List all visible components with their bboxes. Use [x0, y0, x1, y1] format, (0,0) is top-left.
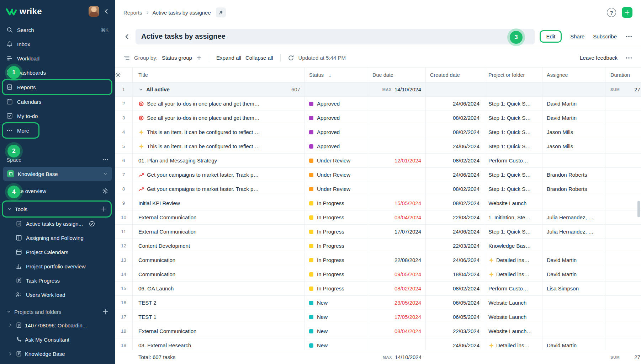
expand-all-button[interactable]: Expand all	[216, 55, 241, 61]
project-cell[interactable]: Website Launch	[484, 296, 542, 310]
column-header-duration[interactable]: Duration	[605, 68, 641, 82]
project-cell[interactable]: Step 1: Quick S…	[484, 97, 542, 111]
column-header-created-date[interactable]: Created date	[426, 68, 484, 82]
status-cell[interactable]: New	[305, 310, 368, 324]
more-options-icon[interactable]	[625, 33, 632, 40]
assignee-cell[interactable]: David Martin	[542, 253, 605, 267]
breadcrumb-parent[interactable]: Reports	[123, 10, 142, 16]
status-cell[interactable]: Approved	[305, 125, 368, 139]
project-cell[interactable]: Perform Custo…	[484, 154, 542, 167]
task-title-cell[interactable]: TEST 1	[133, 310, 305, 324]
report-title[interactable]: Active tasks by assignee	[136, 29, 535, 44]
sidebar-collapse-icon[interactable]	[103, 8, 110, 15]
assignee-cell[interactable]: Julia Hernandez, …	[542, 225, 605, 239]
due-date-cell[interactable]: 23/05/2024	[368, 296, 426, 310]
assignee-cell[interactable]: David Martin	[542, 111, 605, 125]
project-cell[interactable]: Step 1: Quick S…	[484, 111, 542, 125]
status-cell[interactable]: In Progress	[305, 225, 368, 239]
task-title-cell[interactable]: 06. GA Launch	[133, 282, 305, 295]
task-title-cell[interactable]: Get your campaigns to market faster. Tra…	[133, 182, 305, 196]
leave-feedback-button[interactable]: Leave feedback	[580, 55, 618, 61]
due-date-cell[interactable]: 03/04/2024	[368, 210, 426, 224]
project-cell[interactable]: Step 1: Quick S…	[484, 225, 542, 239]
sidebar-item-reports[interactable]: Reports	[3, 80, 111, 94]
user-avatar[interactable]	[89, 6, 99, 17]
table-row[interactable]: 16 TEST 2 New 23/05/2024 06/05/2024 Webs…	[115, 296, 641, 310]
space-selector[interactable]: Knowledge Base	[3, 167, 112, 181]
sidebar-item-calendars[interactable]: Calendars	[0, 95, 115, 109]
sidebar-tool-item[interactable]: Active tasks by assign...	[0, 216, 115, 231]
create-button[interactable]	[622, 7, 632, 18]
table-row[interactable]: 2 See all your to-dos in one place and g…	[115, 97, 641, 111]
help-button[interactable]: ?	[607, 8, 616, 17]
task-title-cell[interactable]: See all your to-dos in one place and get…	[133, 111, 305, 125]
sidebar-project-item[interactable]: 1407708096: Onboardin...	[0, 318, 115, 332]
table-row[interactable]: 11 External Communication In Progress 17…	[115, 225, 641, 239]
assignee-cell[interactable]	[542, 310, 605, 324]
column-header-project[interactable]: Project or folder	[484, 68, 542, 82]
task-title-cell[interactable]: External Communication	[133, 324, 305, 338]
status-cell[interactable]: New	[305, 296, 368, 310]
assignee-cell[interactable]: David Martin	[542, 267, 605, 281]
sidebar-tool-item[interactable]: Project portfolio overview	[0, 259, 115, 273]
assignee-cell[interactable]	[542, 324, 605, 338]
table-row[interactable]: 9 Initial KPI Review In Progress 15/05/2…	[115, 196, 641, 210]
column-header-title[interactable]: Title	[133, 68, 305, 82]
summary-row[interactable]: 1 All active 607 MAX 14/10/2024 SUM 27	[115, 82, 641, 97]
task-title-cell[interactable]: This is an item. It can be configured to…	[133, 125, 305, 139]
add-grouping-icon[interactable]	[196, 55, 202, 60]
assignee-cell[interactable]: Jason Mills	[542, 139, 605, 153]
back-icon[interactable]	[123, 33, 131, 40]
project-cell[interactable]: Detailed ins…	[484, 253, 542, 267]
due-date-cell[interactable]: 15/05/2024	[368, 196, 426, 210]
status-cell[interactable]: Under Review	[305, 168, 368, 182]
sidebar-project-item[interactable]: Ask My Consultant	[0, 332, 115, 347]
project-cell[interactable]: Perform Custo…	[484, 282, 542, 295]
due-date-cell[interactable]	[368, 239, 426, 253]
space-options-icon[interactable]	[102, 156, 108, 163]
collapse-group-icon[interactable]	[138, 87, 143, 92]
task-title-cell[interactable]: External Communication	[133, 210, 305, 224]
project-cell[interactable]: Website Launch	[484, 196, 542, 210]
column-header-status[interactable]: Status↓	[305, 68, 368, 82]
project-cell[interactable]: 1. Initiation, Ste…	[484, 210, 542, 224]
project-cell[interactable]: Step 1: Quick S…	[484, 139, 542, 153]
task-title-cell[interactable]: TEST 2	[133, 296, 305, 310]
column-header-due-date[interactable]: Due date	[368, 68, 426, 82]
sidebar-tool-item[interactable]: Users Work load	[0, 288, 115, 302]
table-gear-icon[interactable]	[115, 72, 121, 78]
project-cell[interactable]: Step 1: Quick S…	[484, 182, 542, 196]
projects-section-header[interactable]: Projects and folders	[0, 305, 115, 318]
due-date-cell[interactable]: 22/08/2024	[368, 253, 426, 267]
task-title-cell[interactable]: Communication	[133, 267, 305, 281]
sidebar-item-tools[interactable]: Tools	[3, 202, 111, 216]
task-title-cell[interactable]: External Communication	[133, 225, 305, 239]
status-cell[interactable]: In Progress	[305, 196, 368, 210]
group-by-icon[interactable]	[123, 55, 130, 61]
table-row[interactable]: 7 Get your campaigns to market faster. T…	[115, 168, 641, 182]
due-date-cell[interactable]	[368, 125, 426, 139]
task-title-cell[interactable]: Content Development	[133, 239, 305, 253]
task-title-cell[interactable]: Get your campaigns to market faster. Tra…	[133, 168, 305, 182]
sidebar-item-workload[interactable]: Workload	[0, 51, 115, 65]
task-title-cell[interactable]: This is an item. It can be configured to…	[133, 139, 305, 153]
assignee-cell[interactable]: Lisa Simpson	[542, 282, 605, 295]
add-tool-icon[interactable]	[100, 206, 106, 212]
due-date-cell[interactable]	[368, 168, 426, 182]
task-title-cell[interactable]: Initial KPI Review	[133, 196, 305, 210]
due-date-cell[interactable]: 08/04/2024	[368, 324, 426, 338]
sidebar-tool-item[interactable]: Task Progress	[0, 273, 115, 288]
add-project-icon[interactable]	[102, 309, 108, 315]
status-cell[interactable]: In Progress	[305, 239, 368, 253]
assignee-cell[interactable]	[542, 196, 605, 210]
table-row[interactable]: 8 Get your campaigns to market faster. T…	[115, 182, 641, 196]
table-row[interactable]: 6 01. Plan and Messaging Strategy Under …	[115, 154, 641, 168]
assignee-cell[interactable]: Brandon Roberts	[542, 168, 605, 182]
column-header-assignee[interactable]: Assignee	[542, 68, 605, 82]
sidebar-project-item[interactable]: Knowledge Base	[0, 347, 115, 361]
vertical-scrollbar[interactable]	[637, 201, 640, 217]
due-date-cell[interactable]	[368, 111, 426, 125]
sidebar-item-my-todo[interactable]: My to-do	[0, 109, 115, 123]
due-date-cell[interactable]: 12/01/2024	[368, 154, 426, 167]
table-row[interactable]: 13 Communication In Progress 22/08/2024 …	[115, 253, 641, 267]
